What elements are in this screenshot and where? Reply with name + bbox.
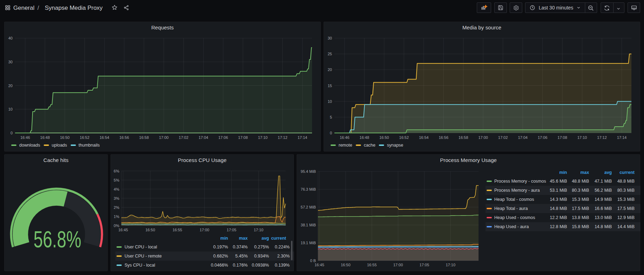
svg-text:17:00: 17:00 [200, 228, 210, 232]
svg-text:19.1 MiB: 19.1 MiB [301, 241, 316, 245]
svg-text:16:46: 16:46 [340, 135, 349, 140]
svg-text:10: 10 [328, 99, 332, 104]
svg-text:20: 20 [328, 68, 332, 72]
svg-text:16:52: 16:52 [80, 135, 90, 140]
svg-text:0%: 0% [114, 224, 119, 228]
svg-text:17:00: 17:00 [159, 135, 169, 140]
svg-text:4%: 4% [114, 187, 119, 191]
svg-text:17:05: 17:05 [419, 263, 429, 267]
svg-text:16:58: 16:58 [139, 135, 149, 140]
svg-text:95.4 MiB: 95.4 MiB [301, 169, 316, 174]
svg-text:17:10: 17:10 [254, 228, 263, 232]
svg-text:16:52: 16:52 [399, 135, 409, 140]
svg-text:16:50: 16:50 [341, 263, 351, 267]
svg-text:17:12: 17:12 [278, 135, 288, 140]
svg-text:0: 0 [10, 131, 13, 135]
svg-text:16:55: 16:55 [367, 263, 377, 267]
svg-text:5%: 5% [114, 178, 119, 182]
svg-text:17:02: 17:02 [498, 135, 508, 140]
svg-text:17:14: 17:14 [617, 135, 627, 140]
svg-text:16:56: 16:56 [439, 135, 448, 140]
svg-text:16:46: 16:46 [20, 135, 30, 140]
svg-text:17:06: 17:06 [218, 135, 228, 140]
svg-text:16:48: 16:48 [360, 135, 369, 140]
svg-text:17:06: 17:06 [538, 135, 547, 140]
svg-text:16:54: 16:54 [100, 135, 109, 140]
svg-text:10: 10 [8, 107, 13, 111]
svg-text:25: 25 [328, 52, 332, 56]
svg-text:17:00: 17:00 [393, 263, 403, 267]
svg-text:17:08: 17:08 [558, 135, 567, 140]
svg-text:30: 30 [8, 60, 13, 64]
svg-text:76.3 MiB: 76.3 MiB [301, 187, 316, 191]
svg-text:16:55: 16:55 [172, 228, 182, 232]
svg-text:0 B: 0 B [310, 259, 316, 263]
svg-text:17:02: 17:02 [179, 135, 189, 140]
svg-text:17:10: 17:10 [446, 263, 455, 267]
svg-text:17:05: 17:05 [227, 228, 236, 232]
svg-text:16:50: 16:50 [146, 228, 155, 232]
svg-text:16:54: 16:54 [419, 135, 429, 140]
svg-text:17:08: 17:08 [238, 135, 248, 140]
svg-text:16:45: 16:45 [118, 228, 128, 232]
svg-text:17:14: 17:14 [298, 135, 307, 140]
svg-text:20: 20 [8, 84, 13, 88]
svg-text:0: 0 [330, 131, 332, 135]
svg-text:16:50: 16:50 [379, 135, 389, 140]
svg-text:17:12: 17:12 [597, 135, 607, 140]
svg-text:15: 15 [328, 84, 332, 88]
svg-text:40: 40 [8, 36, 13, 40]
svg-text:17:00: 17:00 [478, 135, 488, 140]
svg-text:30: 30 [328, 36, 332, 40]
svg-text:2%: 2% [114, 205, 119, 210]
svg-text:16:50: 16:50 [60, 135, 70, 140]
svg-text:3%: 3% [114, 196, 119, 200]
svg-text:16:56: 16:56 [119, 135, 129, 140]
svg-text:6%: 6% [114, 169, 119, 173]
svg-text:16:48: 16:48 [40, 135, 50, 140]
svg-text:17:04: 17:04 [199, 135, 208, 140]
svg-text:17:10: 17:10 [577, 135, 587, 140]
svg-text:38.1 MiB: 38.1 MiB [301, 223, 316, 227]
svg-text:5: 5 [330, 115, 332, 119]
svg-text:16:45: 16:45 [314, 263, 324, 267]
svg-text:1%: 1% [114, 214, 119, 219]
svg-text:17:10: 17:10 [258, 135, 268, 140]
svg-text:57.2 MiB: 57.2 MiB [301, 205, 316, 209]
svg-text:17:04: 17:04 [518, 135, 528, 140]
svg-text:16:58: 16:58 [459, 135, 468, 140]
